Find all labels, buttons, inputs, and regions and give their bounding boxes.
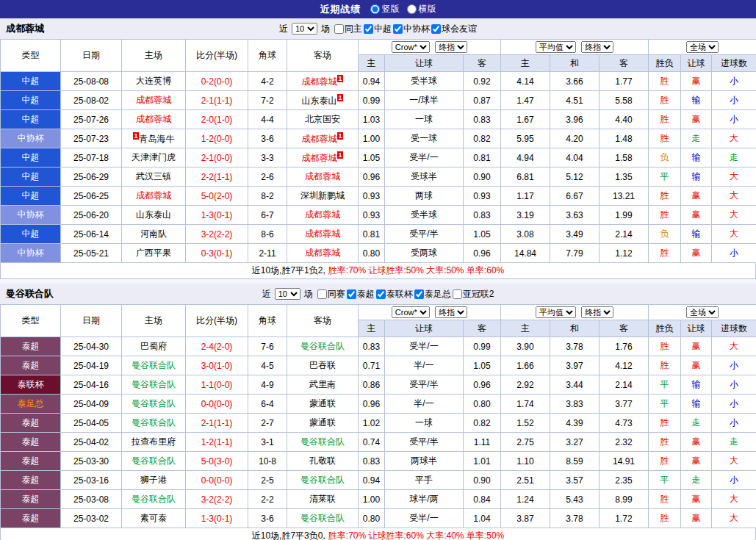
recent-count-select[interactable]: 10 — [275, 288, 300, 300]
bookmaker-select[interactable]: Crow* — [392, 306, 430, 318]
corner-cell: 6-4 — [248, 395, 287, 414]
filter-label: 泰足总 — [425, 288, 451, 300]
handicap-home-odds-cell: 0.94 — [359, 72, 385, 91]
date-cell: 25-07-23 — [61, 129, 122, 148]
final-odds-select[interactable]: 终指 — [435, 306, 467, 318]
bookmaker-select[interactable]: Crow* — [392, 41, 430, 53]
recent-count-select[interactable]: 10 — [292, 23, 317, 35]
handicap-line-cell: 平手 — [385, 471, 464, 490]
date-cell: 25-04-30 — [61, 337, 122, 356]
match-row: 泰联杯25-04-16曼谷联合队1-1(0-0)4-9武里南0.86受平/半0.… — [1, 375, 756, 395]
goals-result-cell: 小 — [712, 414, 756, 433]
red-card-badge: 1 — [337, 132, 342, 140]
col-avg-draw: 和 — [550, 320, 600, 337]
filter-option[interactable]: 泰足总 — [414, 288, 451, 300]
away-team-cell: 北京国安 — [287, 110, 359, 129]
final-odds-select[interactable]: 终指 — [581, 41, 613, 53]
league-type-cell: 泰超 — [1, 414, 61, 433]
average-select[interactable]: 平均值 — [536, 306, 576, 318]
score-cell: 3-2(2-2) — [186, 490, 248, 509]
away-team-cell: 成都蓉城 — [287, 168, 359, 187]
filter-option[interactable]: 球会友谊 — [431, 23, 477, 35]
filter-bar: 近 10 场 同主中超中协杯球会友谊 — [0, 23, 756, 35]
filter-checkbox[interactable] — [431, 24, 441, 34]
final-odds-select[interactable]: 终指 — [435, 41, 467, 53]
corner-cell: 8-6 — [248, 225, 287, 244]
layout-radio[interactable] — [370, 4, 380, 14]
handicap-result-cell: 赢 — [681, 356, 712, 375]
team-label: 素可泰 — [140, 513, 167, 523]
handicap-away-odds-cell: 1.01 — [464, 452, 501, 471]
match-row: 泰足总25-04-09曼谷联合队0-0(0-0)6-4蒙通联0.96半/一0.8… — [1, 395, 756, 414]
avg-draw-cell: 3.66 — [550, 72, 600, 91]
fullmatch-select[interactable]: 全场 — [686, 41, 719, 53]
handicap-home-odds-cell: 1.00 — [359, 129, 385, 148]
filter-option[interactable]: 中超 — [364, 23, 392, 35]
filter-option[interactable]: 泰联杯 — [376, 288, 413, 300]
filter-option[interactable]: 同赛 — [317, 288, 345, 300]
date-cell: 25-05-21 — [61, 244, 122, 263]
filter-checkbox[interactable] — [453, 289, 462, 299]
col-score: 比分(半场) — [186, 40, 248, 72]
corner-cell: 4-4 — [248, 110, 287, 129]
layout-radio[interactable] — [407, 4, 417, 14]
filter-option[interactable]: 同主 — [334, 23, 362, 35]
result-cell: 平 — [649, 168, 681, 187]
filter-checkbox[interactable] — [347, 289, 356, 299]
league-type-cell: 泰超 — [1, 356, 61, 375]
result-cell: 平 — [649, 375, 681, 395]
summary-record: 近10场,胜7平1负2, — [252, 264, 325, 277]
avg-away-cell: 1.77 — [600, 72, 649, 91]
filter-label: 泰超 — [357, 288, 375, 300]
avg-away-cell: 1.35 — [600, 168, 649, 187]
average-select[interactable]: 平均值 — [536, 41, 576, 53]
avg-away-cell: 1.12 — [600, 244, 649, 263]
team-label: 巴吞联 — [309, 360, 336, 370]
handicap-home-odds-cell: 0.80 — [359, 509, 385, 528]
filter-option[interactable]: 亚冠联2 — [453, 288, 494, 300]
filter-list: 同主中超中协杯球会友谊 — [334, 23, 477, 35]
handicap-line-cell: 受平/半 — [385, 433, 464, 452]
handicap-result-cell: 赢 — [681, 72, 712, 91]
result-cell: 平 — [649, 395, 681, 414]
recent-results-table: 类型 日期 主场 比分(半场) 角球 客场 Crow* 终指 平均值 终指 — [0, 304, 756, 528]
score-cell: 2-1(0-0) — [186, 148, 248, 168]
avg-away-cell: 8.99 — [600, 490, 649, 509]
avg-away-cell: 4.12 — [600, 356, 649, 375]
match-row: 中协杯25-07-231青岛海牛1-2(0-0)3-6成都蓉城11.00受一球0… — [1, 129, 756, 148]
layout-option-horizontal[interactable]: 横版 — [407, 3, 436, 15]
match-row: 中超25-08-08大连英博0-2(0-0)4-2成都蓉城10.94受半球0.9… — [1, 72, 756, 91]
score-cell: 2-1(1-1) — [186, 91, 248, 110]
goals-result-cell: 小 — [712, 375, 756, 395]
filter-checkbox[interactable] — [364, 24, 373, 34]
team-label: 曼谷联合队 — [300, 475, 345, 485]
avg-away-cell: 4.40 — [600, 110, 649, 129]
handicap-line-cell: 受平/半 — [385, 225, 464, 244]
result-cell: 负 — [649, 148, 681, 168]
layout-option-vertical[interactable]: 竖版 — [370, 3, 400, 15]
final-odds-select[interactable]: 终指 — [581, 306, 613, 318]
match-row: 中超25-06-29武汉三镇2-2(1-1)2-6成都蓉城0.96受球半0.90… — [1, 168, 756, 187]
filter-checkbox[interactable] — [414, 289, 424, 299]
fullmatch-select[interactable]: 全场 — [686, 306, 719, 318]
score-cell: 5-0(2-0) — [186, 187, 248, 206]
filter-checkbox[interactable] — [393, 24, 403, 34]
team-label: 河南队 — [140, 228, 167, 239]
handicap-line-cell: 受半球 — [385, 206, 464, 225]
home-team-cell: 成都蓉城 — [122, 91, 186, 110]
filter-option[interactable]: 泰超 — [347, 288, 375, 300]
away-team-cell: 清莱联 — [287, 490, 359, 509]
league-type-cell: 中协杯 — [1, 244, 61, 263]
filter-checkbox[interactable] — [334, 24, 344, 34]
avg-home-cell: 3.87 — [501, 509, 550, 528]
date-cell: 25-04-09 — [61, 395, 122, 414]
handicap-away-odds-cell: 0.83 — [464, 206, 501, 225]
match-row: 中超25-07-18天津津门虎2-1(0-0)3-3成都蓉城11.05受半/一0… — [1, 148, 756, 168]
avg-away-cell: 1.99 — [600, 206, 649, 225]
filter-option[interactable]: 中协杯 — [393, 23, 430, 35]
team-name: 曼谷联合队 — [6, 287, 54, 300]
handicap-home-odds-cell: 0.99 — [359, 91, 385, 110]
goals-result-cell: 小 — [712, 356, 756, 375]
filter-checkbox[interactable] — [376, 289, 386, 299]
filter-checkbox[interactable] — [317, 289, 327, 299]
